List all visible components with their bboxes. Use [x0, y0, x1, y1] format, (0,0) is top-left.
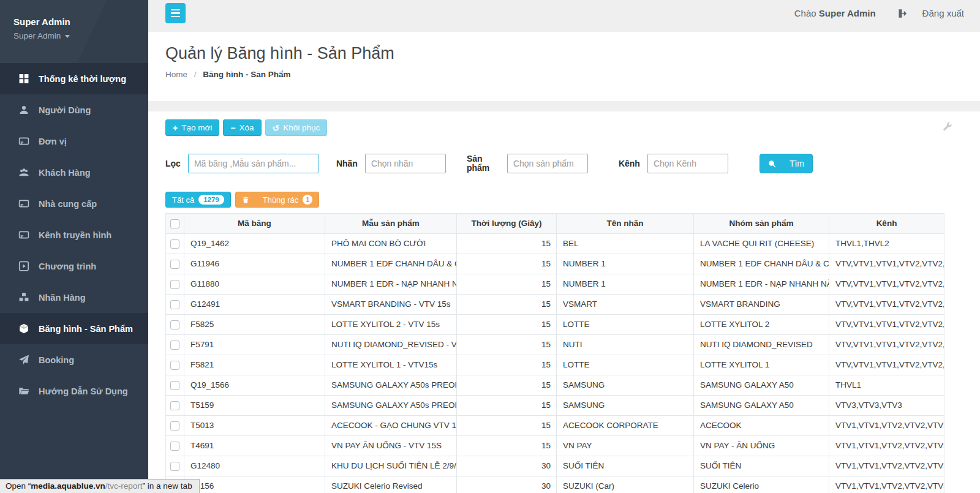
greeting-text: Chào Super Admin [794, 8, 876, 18]
page-title: Quản lý Băng hình - Sản Phẩm [165, 44, 963, 63]
sidebar-item-chuong-trinh[interactable]: Chương trình [0, 250, 148, 282]
row-checkbox[interactable] [170, 361, 179, 370]
logout-link[interactable]: Đăng xuất [898, 8, 964, 18]
sidebar-item-booking[interactable]: Booking [0, 344, 148, 375]
sidebar-item-label: Nhà cung cấp [39, 199, 97, 209]
filter-product-label: Sản phẩm [467, 154, 496, 173]
row-checkbox[interactable] [170, 442, 179, 451]
table-cell: SUZUKI (Car) [557, 476, 694, 493]
sidebar: Super Admin Super Admin Thống kê thời lư… [0, 0, 148, 493]
table-cell: T5156 [184, 476, 325, 493]
sidebar-item-thong-ke-thoi-luong[interactable]: Thống kê thời lượng [0, 63, 148, 94]
row-checkbox[interactable] [170, 320, 179, 329]
sidebar-item-don-vi[interactable]: Đơn vị [0, 126, 148, 157]
table-cell: LOTTE XYLITOL 1 - VTV15s [325, 355, 457, 375]
topbar-right: Chào Super Admin Đăng xuất [794, 8, 964, 18]
hamburger-menu-button[interactable] [165, 3, 186, 23]
card-icon [18, 230, 29, 240]
breadcrumb-home-link[interactable]: Home [165, 70, 187, 79]
card-icon [18, 198, 29, 209]
trash-count-badge: 1 [303, 195, 312, 205]
all-count-badge: 1279 [198, 195, 224, 205]
sidebar-item-label: Nhãn Hàng [39, 293, 86, 303]
table-cell: F5791 [184, 335, 325, 355]
row-checkbox[interactable] [170, 239, 179, 249]
table-cell: SAMSUNG [557, 396, 694, 416]
breadcrumb-separator: / [194, 70, 197, 79]
table-cell: 15 [457, 254, 557, 274]
table-cell: LA VACHE QUI RIT (CHEESE) [694, 234, 829, 254]
column-header: Kênh [829, 214, 944, 234]
search-button[interactable]: Tìm [760, 154, 813, 173]
table-cell: VSMART BRANDING - VTV 15s [325, 295, 457, 315]
table-cell: 15 [457, 335, 557, 355]
tab-all[interactable]: Tất cả 1279 [165, 192, 231, 208]
filter-nhan-label: Nhãn [336, 159, 358, 168]
row-checkbox[interactable] [170, 260, 179, 269]
sidebar-item-khach-hang[interactable]: Khách Hàng [0, 157, 148, 188]
filter-label-select[interactable] [365, 154, 446, 173]
sidebar-item-huong-dan-su-dung[interactable]: Hướng Dẫn Sử Dụng [0, 375, 148, 407]
table-cell: NUMBER 1 EDF CHANH DÂU & COLA [694, 254, 829, 274]
table-cell: VN PAY ĂN UỐNG - VTV 15S [325, 436, 457, 456]
tapes-table: Mã băngMẫu sản phẩmThời lượng (Giây)Tên … [165, 213, 944, 493]
sidebar-item-label: Người Dùng [39, 105, 91, 115]
grid-icon [18, 73, 29, 84]
table-cell: VTV1,VTV1,VTV2,VTV2,VTV3,V [829, 416, 944, 436]
table-cell: VN PAY - ĂN UỐNG [694, 436, 829, 456]
sidebar-menu: Thống kê thời lượngNgười DùngĐơn vịKhách… [0, 63, 148, 407]
table-cell: VTV,VTV1,VTV1,VTV2,VTV2,VT [829, 295, 944, 315]
table-cell: G11946 [184, 254, 325, 274]
row-checkbox[interactable] [170, 462, 179, 471]
profile-role-toggle[interactable]: Super Admin [13, 31, 148, 40]
delete-button[interactable]: − Xóa [223, 119, 261, 136]
table-row: T5159SAMSUNG GALAXY A50s PREODER I15SAMS… [166, 396, 944, 416]
settings-wrench-icon[interactable] [943, 122, 952, 132]
row-checkbox[interactable] [170, 280, 179, 289]
sidebar-item-nguoi-dung[interactable]: Người Dùng [0, 94, 148, 126]
table-cell: LOTTE [557, 355, 694, 375]
minus-icon: − [230, 124, 235, 132]
table-cell: NUTI IQ DIAMOND_REVISED - VTV 15 [325, 335, 457, 355]
table-cell: VTV,VTV1,VTV1,VTV2,VTV2,VT [829, 274, 944, 295]
row-checkbox[interactable] [170, 300, 179, 309]
table-cell: 15 [457, 396, 557, 416]
breadcrumb: Home / Băng hình - Sản Phẩm [165, 70, 963, 79]
filter-search-input[interactable] [188, 154, 318, 173]
table-header-row: Mã băngMẫu sản phẩmThời lượng (Giây)Tên … [166, 214, 944, 234]
table-cell: SAMSUNG GALAXY A50 [694, 375, 829, 396]
filter-product-select[interactable] [507, 154, 588, 173]
filter-channel-select[interactable] [647, 154, 728, 173]
sidebar-item-bang-hinh-san-pham[interactable]: Băng hình - Sản Phẩm [0, 313, 148, 344]
table-cell: F5825 [184, 315, 325, 335]
select-all-checkbox[interactable] [170, 219, 179, 228]
table-row: Q19_1566SAMSUNG GALAXY A50s PREORDER15SA… [166, 375, 944, 396]
sidebar-item-nha-cung-cap[interactable]: Nhà cung cấp [0, 188, 148, 219]
spacer [148, 101, 980, 111]
table-cell: VTV1,VTV1,VTV2,VTV2,VTV3,V [829, 456, 944, 476]
app-root: Super Admin Super Admin Thống kê thời lư… [0, 0, 980, 493]
logout-label: Đăng xuất [922, 8, 964, 18]
table-cell: SAMSUNG [557, 375, 694, 396]
sidebar-item-nhan-hang[interactable]: Nhãn Hàng [0, 282, 148, 313]
row-checkbox[interactable] [170, 341, 179, 350]
table-row: F5791NUTI IQ DIAMOND_REVISED - VTV 1515N… [166, 335, 944, 355]
create-button[interactable]: + Tạo mới [165, 119, 219, 136]
table-cell: LOTTE XYLITOL 1 [694, 355, 829, 375]
sidebar-item-kenh-truyen-hinh[interactable]: Kênh truyền hình [0, 219, 148, 250]
column-header: Mẫu sản phẩm [325, 214, 457, 234]
cubes-icon [18, 292, 29, 303]
restore-button[interactable]: ↺ Khôi phục [265, 119, 328, 136]
card-icon [18, 136, 29, 146]
table-cell: Q19_1566 [184, 375, 325, 396]
table-cell: SUỐI TIÊN [694, 456, 829, 476]
page-header: Quản lý Băng hình - Sản Phẩm Home / Băng… [148, 32, 980, 101]
row-checkbox[interactable] [170, 401, 179, 410]
tab-trash[interactable]: Thùng rác 1 [235, 192, 320, 208]
row-checkbox[interactable] [170, 421, 179, 431]
column-header: Mã băng [184, 214, 325, 234]
table-cell: 15 [457, 355, 557, 375]
row-checkbox[interactable] [170, 381, 179, 390]
sidebar-item-label: Khách Hàng [39, 168, 91, 178]
table-cell: VTV,VTV1,VTV1,VTV2,VTV2,VT [829, 315, 944, 335]
